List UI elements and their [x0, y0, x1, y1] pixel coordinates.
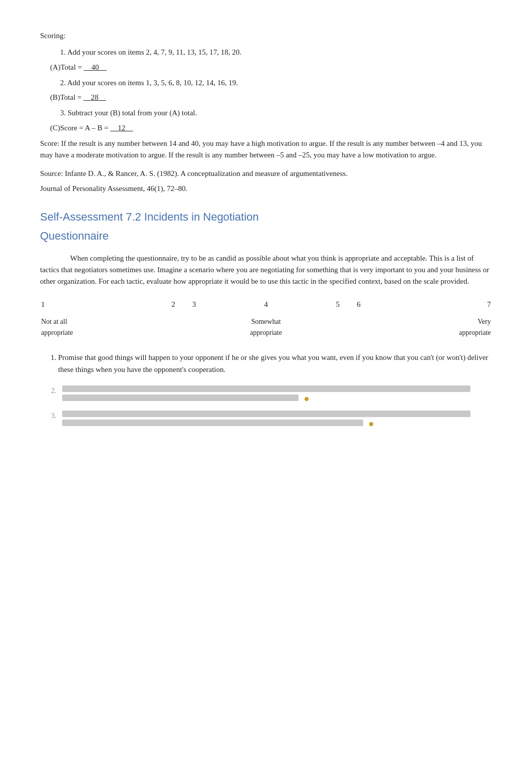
- journal-line: Journal of Personality Assessment, 46(1)…: [40, 183, 492, 194]
- dot-marker-2: [305, 397, 309, 401]
- questions-list: Promise that good things will happen to …: [40, 352, 492, 375]
- step2-total-value: __28__: [84, 93, 106, 101]
- step2-label: 2. Add your scores on items 1, 3, 5, 6, …: [60, 77, 492, 89]
- scale-num-7: 7: [369, 297, 492, 311]
- scale-num-2: 2: [163, 297, 184, 311]
- step1-total: (A)Total = __40__: [50, 62, 492, 73]
- scale-label-mid: Somewhat appropriate: [204, 314, 327, 340]
- question-1-text: Promise that good things will happen to …: [58, 352, 492, 375]
- scale-label-right: Very appropriate: [369, 314, 492, 340]
- scale-num-5: 5: [328, 297, 349, 311]
- scale-label-col3: [184, 314, 205, 340]
- label-appropriate-mid: appropriate: [250, 329, 282, 336]
- step1-total-value: __40__: [84, 63, 106, 71]
- blurred-item-3: 3.: [51, 411, 492, 429]
- section-heading-line1: Self-Assessment 7.2 Incidents in Negotia…: [40, 209, 492, 226]
- label-very: Very: [478, 318, 491, 325]
- blurred-line-2-2: [62, 395, 299, 401]
- source-line: Source: Infante D. A., & Rancer, A. S. (…: [40, 168, 492, 179]
- step3-label: 3. Subtract your (B) total from your (A)…: [60, 107, 492, 119]
- intro-paragraph: When completing the questionnaire, try t…: [40, 253, 492, 288]
- step3-score-prefix: (C)Score = A – B =: [50, 124, 110, 132]
- scale-numbers-row: 1 2 3 4 5 6 7: [40, 297, 492, 311]
- blurred-item-3-number: 3.: [51, 411, 58, 422]
- scale-num-6: 6: [348, 297, 369, 311]
- blurred-line-3-1: [62, 411, 470, 417]
- step3-score: (C)Score = A – B = __12__: [50, 122, 492, 134]
- score-explanation: Score: If the result is any number betwe…: [40, 138, 492, 161]
- scale-num-4: 4: [204, 297, 327, 311]
- section-heading-line2: Questionnaire: [40, 228, 492, 245]
- scale-table-wrapper: 1 2 3 4 5 6 7 Not at all appropriate Som…: [40, 297, 492, 340]
- scoring-title: Scoring:: [40, 30, 492, 42]
- step3-score-value: __12__: [110, 124, 133, 132]
- blurred-lines-2: [62, 385, 492, 404]
- step1-total-prefix: (A)Total =: [50, 63, 84, 71]
- step2-total-prefix: (B)Total =: [50, 93, 84, 101]
- question-item-1: Promise that good things will happen to …: [58, 352, 492, 375]
- blurred-line-3-2: [62, 420, 363, 426]
- scale-label-col2: [163, 314, 184, 340]
- label-appropriate-right: appropriate: [459, 329, 491, 336]
- scale-label-left: Not at all appropriate: [40, 314, 163, 340]
- scale-labels-row: Not at all appropriate Somewhat appropri…: [40, 314, 492, 340]
- blurred-lines-3: [62, 411, 492, 429]
- blurred-section: 2. 3.: [51, 385, 492, 429]
- label-appropriate-left: appropriate: [41, 329, 73, 336]
- label-not-at-all: Not at all: [41, 318, 67, 325]
- step1-label: 1. Add your scores on items 2, 4, 7, 9, …: [60, 47, 492, 58]
- dot-marker-3: [369, 422, 373, 426]
- blurred-item-2: 2.: [51, 385, 492, 404]
- blurred-item-2-number: 2.: [51, 385, 58, 397]
- scale-label-col5: [328, 314, 349, 340]
- label-somewhat: Somewhat: [251, 318, 281, 325]
- scoring-section: Scoring: 1. Add your scores on items 2, …: [40, 30, 492, 194]
- scale-num-1: 1: [40, 297, 163, 311]
- scale-table: 1 2 3 4 5 6 7 Not at all appropriate Som…: [40, 297, 492, 340]
- step2-total: (B)Total = __28__: [50, 92, 492, 103]
- scale-num-3: 3: [184, 297, 205, 311]
- scale-label-col6: [348, 314, 369, 340]
- blurred-line-2-1: [62, 385, 470, 392]
